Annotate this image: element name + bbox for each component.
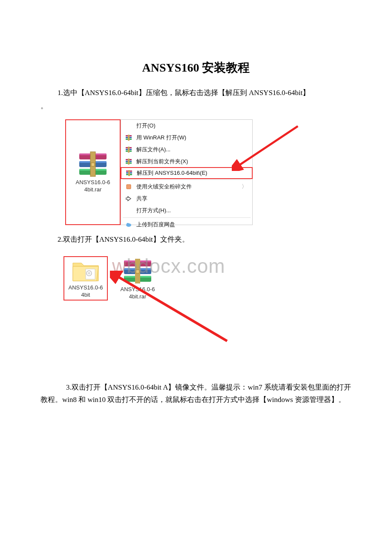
ctx-share[interactable]: 共享 xyxy=(121,193,252,205)
svg-point-28 xyxy=(127,223,129,225)
ctx-extract-here[interactable]: 解压到当前文件夹(X) xyxy=(121,156,252,168)
menu-separator xyxy=(123,179,251,180)
winrar-archive-icon xyxy=(78,151,108,177)
ctx-extract-to-folder[interactable]: 解压到 ANSYS16.0-64bit\(E) xyxy=(121,167,253,179)
rar-file-label: ANSYS16.0-6 4bit.rar xyxy=(121,286,155,301)
svg-point-31 xyxy=(88,272,90,275)
winrar-icon xyxy=(125,158,132,165)
watermark: wbdocx.com xyxy=(112,254,225,278)
rar-file-label: ANSYS16.0-6 4bit.rar xyxy=(76,179,110,194)
menu-separator xyxy=(123,217,251,218)
context-menu: 打开(O) 用 WinRAR 打开(W) 解压文件(A)... 解压到当前文件夹… xyxy=(121,119,253,225)
page-title: ANSYS160 安装教程 xyxy=(40,60,352,76)
screenshot-2: wbdocx.com ANSYS16.0-6 4bit ANSYS16.0-6 xyxy=(61,254,274,373)
step-3-text: 3.双击打开【ANSYS16.0-64bit A】镜像文件。温馨提示：win7 … xyxy=(40,382,352,406)
screenshot-1: ANSYS16.0-6 4bit.rar 打开(O) 用 WinRAR 打开(W… xyxy=(65,119,253,225)
svg-rect-25 xyxy=(128,170,130,176)
folder-label: ANSYS16.0-6 4bit xyxy=(69,284,103,299)
chevron-right-icon: 〉 xyxy=(242,183,247,191)
ctx-upload-baidu[interactable]: 上传到百度网盘 xyxy=(121,219,252,231)
share-icon xyxy=(125,195,132,202)
svg-rect-29 xyxy=(86,269,95,279)
step-2-text: 2.双击打开【ANSYS16.0-64bit】文件夹。 xyxy=(40,234,352,246)
folder-icon xyxy=(71,259,100,283)
svg-rect-21 xyxy=(128,159,130,165)
step-1-text: 1.选中【ANSYS16.0-64bit】压缩包，鼠标右击选择【解压到 ANSY… xyxy=(40,87,352,99)
winrar-icon xyxy=(126,170,133,176)
shred-icon xyxy=(125,183,132,190)
ctx-extract-files[interactable]: 解压文件(A)... xyxy=(121,144,252,156)
ctx-open-with[interactable]: 打开方式(H)... xyxy=(121,205,252,217)
extracted-folder[interactable]: ANSYS16.0-6 4bit xyxy=(63,256,108,301)
ctx-open[interactable]: 打开(O) xyxy=(121,120,252,132)
step-1-trailing: 。 xyxy=(40,101,352,111)
svg-rect-8 xyxy=(91,163,95,166)
svg-rect-26 xyxy=(127,185,131,189)
rar-file-selected[interactable]: ANSYS16.0-6 4bit.rar xyxy=(65,119,121,225)
winrar-icon xyxy=(125,146,132,153)
cloud-icon xyxy=(125,221,132,228)
ctx-open-winrar[interactable]: 用 WinRAR 打开(W) xyxy=(121,132,252,144)
winrar-icon xyxy=(125,134,132,141)
svg-rect-17 xyxy=(128,147,130,153)
svg-rect-13 xyxy=(128,135,130,141)
ctx-shred[interactable]: 使用火绒安全粉碎文件 〉 xyxy=(121,181,252,193)
